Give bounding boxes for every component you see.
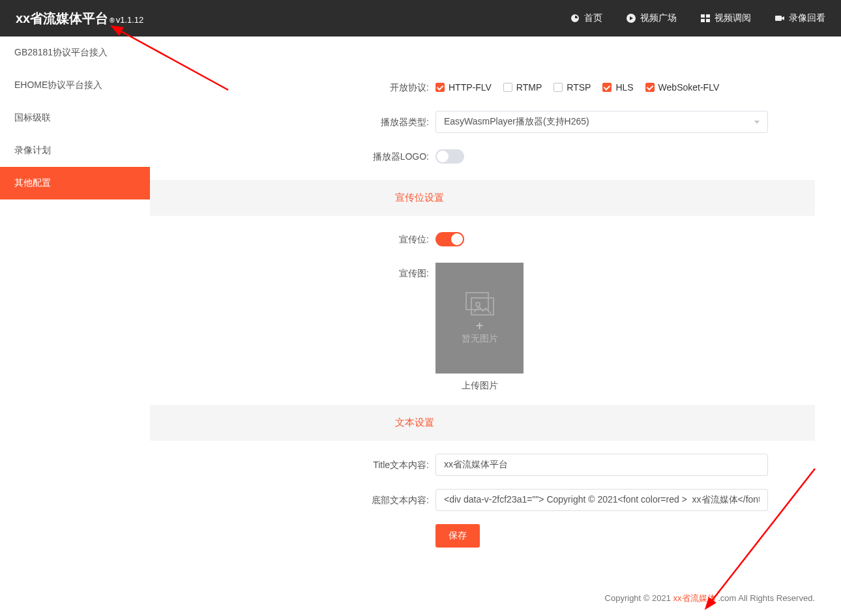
radio-websocket-flv[interactable]: WebSoket-FLV xyxy=(435,37,510,37)
radio-http-flv[interactable]: HTTP-FLV xyxy=(523,37,579,37)
sidebar-item-label: 录像计划 xyxy=(14,145,51,155)
sidebar-item-record-plan[interactable]: 录像计划 xyxy=(0,134,150,167)
chk-label: HTTP-FLV xyxy=(449,82,492,93)
upload-caption: 上传图片 xyxy=(435,380,524,392)
nav-label: 录像回看 xyxy=(789,12,825,24)
sidebar-item-label: EHOME协议平台接入 xyxy=(14,80,102,90)
top-nav: 首页 视频广场 视频调阅 录像回看 xyxy=(570,12,825,24)
nav-video-view[interactable]: 视频调阅 xyxy=(700,12,751,24)
chk-rtmp[interactable]: RTMP xyxy=(503,82,542,93)
default-protocol-group: WebSoket-FLV HTTP-FLV HLS xyxy=(435,37,623,37)
image-placeholder-text: 暂无图片 xyxy=(462,333,498,345)
title-text-label: Title文本内容: xyxy=(150,454,435,475)
radio-hls[interactable]: HLS xyxy=(592,37,623,37)
checkbox-icon xyxy=(645,83,655,92)
checkbox-icon xyxy=(553,83,563,92)
plus-icon: + xyxy=(476,319,484,334)
sidebar-item-gb28181[interactable]: GB28181协议平台接入 xyxy=(0,37,150,69)
nav-label: 视频调阅 xyxy=(715,12,751,24)
footer-prefix: Copyright © 2021 xyxy=(605,593,673,603)
nav-label: 视频广场 xyxy=(640,12,677,24)
nav-label: 首页 xyxy=(584,12,602,24)
grid-icon xyxy=(700,13,711,23)
sidebar-item-label: GB28181协议平台接入 xyxy=(14,47,108,57)
player-logo-switch[interactable] xyxy=(435,149,464,164)
footer-copyright: Copyright © 2021 xx省流媒体 .com All Rights … xyxy=(605,593,815,604)
brand-version: v1.1.12 xyxy=(116,15,144,25)
brand-name: xx省流媒体平台 xyxy=(16,10,108,27)
sidebar-item-other-config[interactable]: 其他配置 xyxy=(0,167,150,199)
header: xx省流媒体平台 ® v1.1.12 首页 视频广场 视频调阅 录像回看 xyxy=(0,0,841,37)
footer-text-input[interactable] xyxy=(435,489,768,511)
player-type-select[interactable]: EasyWasmPlayer播放器(支持H265) xyxy=(435,111,768,133)
banner-image-upload[interactable]: + 暂无图片 xyxy=(435,263,524,374)
footer-text-label: 底部文本内容: xyxy=(150,490,435,510)
sidebar-item-cascade[interactable]: 国标级联 xyxy=(0,102,150,134)
section-text-heading: 文本设置 xyxy=(150,405,815,441)
nav-home[interactable]: 首页 xyxy=(570,12,602,24)
chk-rtsp[interactable]: RTSP xyxy=(553,82,591,93)
registered-mark: ® xyxy=(110,17,114,24)
dashboard-icon xyxy=(570,13,580,23)
player-type-label: 播放器类型: xyxy=(150,111,435,132)
play-circle-icon xyxy=(626,13,636,23)
chk-label: HLS xyxy=(615,82,633,93)
main-content: 默认直播协议: WebSoket-FLV HTTP-FLV HLS 开放协议: … xyxy=(150,37,841,616)
camera-icon xyxy=(775,13,785,23)
checkbox-icon xyxy=(435,83,445,92)
chk-label: WebSoket-FLV xyxy=(658,82,720,93)
nav-video-square[interactable]: 视频广场 xyxy=(626,12,677,24)
default-protocol-label: 默认直播协议: xyxy=(150,37,435,42)
save-button[interactable]: 保存 xyxy=(435,524,480,548)
select-value: EasyWasmPlayer播放器(支持H265) xyxy=(444,116,589,128)
chk-http-flv[interactable]: HTTP-FLV xyxy=(435,82,492,93)
svg-rect-1 xyxy=(701,14,705,18)
sidebar-item-ehome[interactable]: EHOME协议平台接入 xyxy=(0,69,150,102)
image-placeholder-icon xyxy=(465,291,495,316)
svg-rect-3 xyxy=(701,19,705,22)
radio-label: WebSoket-FLV xyxy=(449,37,510,37)
chk-label: RTSP xyxy=(567,82,591,93)
banner-switch[interactable] xyxy=(435,232,464,246)
sidebar-item-label: 其他配置 xyxy=(14,177,51,188)
sidebar-item-label: 国标级联 xyxy=(14,112,51,123)
sidebar: GB28181协议平台接入 EHOME协议平台接入 国标级联 录像计划 其他配置 xyxy=(0,37,150,616)
radio-label: HLS xyxy=(605,37,623,37)
svg-rect-2 xyxy=(706,14,710,18)
nav-record-playback[interactable]: 录像回看 xyxy=(775,12,825,24)
chk-label: RTMP xyxy=(516,82,542,93)
chk-hls[interactable]: HLS xyxy=(602,82,633,93)
checkbox-icon xyxy=(503,83,512,92)
svg-rect-5 xyxy=(775,16,782,21)
chk-websocket-flv[interactable]: WebSoket-FLV xyxy=(645,82,720,93)
open-protocol-label: 开放协议: xyxy=(150,77,435,98)
radio-label: HTTP-FLV xyxy=(536,37,579,37)
footer-suffix: .com All Rights Reserved. xyxy=(716,593,815,603)
player-logo-label: 播放器LOGO: xyxy=(150,146,435,167)
title-text-input[interactable] xyxy=(435,454,768,476)
banner-switch-label: 宣传位: xyxy=(150,229,435,250)
brand: xx省流媒体平台 ® v1.1.12 xyxy=(16,10,143,27)
open-protocol-group: HTTP-FLV RTMP RTSP HLS WebSoket-FLV xyxy=(435,82,815,93)
checkbox-icon xyxy=(602,83,612,92)
svg-point-8 xyxy=(476,302,480,306)
section-banner-heading: 宣传位设置 xyxy=(150,180,815,216)
svg-rect-4 xyxy=(706,19,710,22)
svg-rect-6 xyxy=(466,293,488,310)
footer-accent: xx省流媒体 xyxy=(673,593,716,603)
banner-image-label: 宣传图: xyxy=(150,263,435,284)
